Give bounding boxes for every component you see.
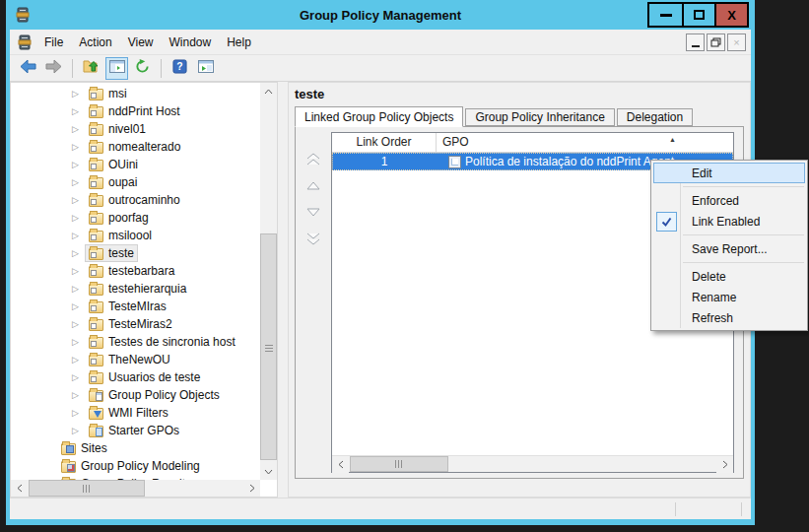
ou-folder-icon: [89, 337, 103, 349]
tree-item-poorfag[interactable]: ▷poorfag: [11, 209, 260, 227]
tree-item-msiloool[interactable]: ▷msiloool: [11, 227, 260, 244]
tree-item-testes-de-sincronia-host[interactable]: ▷Testes de sincronia host: [11, 333, 260, 351]
column-header-link-order[interactable]: Link Order: [332, 133, 437, 152]
scroll-thumb[interactable]: [260, 233, 277, 460]
new-window-button[interactable]: [194, 57, 217, 80]
scroll-left-arrow[interactable]: [11, 480, 28, 497]
tree-item-testebarbara[interactable]: ▷testebarbara: [11, 262, 260, 280]
context-menu-item-save-report[interactable]: Save Report...: [653, 238, 805, 259]
chevron-collapsed-icon[interactable]: ▷: [72, 355, 85, 365]
context-menu-item-enforced[interactable]: Enforced: [653, 190, 805, 211]
help-button[interactable]: ?: [169, 57, 191, 80]
tree-item-wmi-filters[interactable]: ▷WMI Filters: [11, 404, 260, 422]
menu-window[interactable]: Window: [162, 32, 220, 53]
chevron-collapsed-icon[interactable]: ▷: [72, 160, 85, 169]
mdi-close-button[interactable]: ×: [727, 33, 746, 51]
tree-item-group-policy-modeling[interactable]: Group Policy Modeling: [11, 457, 260, 475]
context-menu-item-rename[interactable]: Rename: [653, 287, 805, 307]
tree-item-teste[interactable]: ▷teste: [11, 244, 260, 262]
minimize-button[interactable]: [649, 4, 682, 26]
chevron-collapsed-icon[interactable]: ▷: [72, 177, 85, 187]
tree-item-outrocaminho[interactable]: ▷outrocaminho: [11, 191, 260, 209]
minimize-icon: [660, 14, 672, 17]
tree-item-thenewou[interactable]: ▷TheNewOU: [11, 351, 260, 368]
forward-arrow-button[interactable]: [42, 57, 65, 80]
move-to-top-button[interactable]: [303, 151, 323, 166]
tab-group-policy-inheritance[interactable]: Group Policy Inheritance: [465, 108, 614, 126]
scroll-right-arrow[interactable]: [243, 480, 260, 497]
tree-item-testemiras2[interactable]: ▷TesteMiras2: [11, 315, 260, 333]
up-one-level-icon: [83, 59, 100, 78]
scroll-down-arrow[interactable]: [260, 463, 277, 480]
scroll-left-arrow[interactable]: [332, 456, 349, 473]
context-menu-item-link-enabled[interactable]: Link Enabled: [653, 211, 805, 232]
tree-item-group-policy-objects[interactable]: ▷Group Policy Objects: [11, 386, 260, 404]
link-order-cell: 1: [332, 155, 437, 168]
pane-splitter[interactable]: [278, 82, 288, 498]
tab-delegation[interactable]: Delegation: [617, 108, 693, 126]
tree-horizontal-scrollbar[interactable]: [11, 480, 260, 497]
chevron-collapsed-icon[interactable]: ▷: [72, 195, 85, 205]
tree-item-oupai[interactable]: ▷oupai: [11, 173, 260, 191]
tree-item-nomealterado[interactable]: ▷nomealterado: [11, 138, 260, 156]
chevron-collapsed-icon[interactable]: ▷: [72, 408, 85, 418]
menu-file[interactable]: File: [36, 32, 71, 53]
chevron-collapsed-icon[interactable]: ▷: [72, 301, 85, 311]
chevron-collapsed-icon[interactable]: ▷: [72, 248, 85, 258]
chevron-collapsed-icon[interactable]: ▷: [72, 89, 85, 99]
chevron-collapsed-icon[interactable]: ▷: [72, 284, 85, 294]
scroll-thumb[interactable]: [29, 480, 145, 497]
menu-item-label: Link Enabled: [692, 215, 760, 229]
mdi-minimize-button[interactable]: [686, 33, 705, 51]
chevron-collapsed-icon[interactable]: ▷: [72, 426, 85, 435]
chevron-collapsed-icon[interactable]: ▷: [72, 337, 85, 347]
tree-item-label: Sites: [81, 441, 107, 455]
tree-item-testehierarquia[interactable]: ▷testehierarquia: [11, 280, 260, 298]
chevron-collapsed-icon[interactable]: ▷: [72, 390, 85, 400]
chevron-collapsed-icon[interactable]: ▷: [72, 124, 85, 134]
scroll-up-arrow[interactable]: [260, 83, 277, 100]
chevron-collapsed-icon[interactable]: ▷: [72, 142, 85, 152]
tab-linked-group-policy-objects[interactable]: Linked Group Policy Objects: [295, 106, 463, 127]
chevron-collapsed-icon[interactable]: ▷: [72, 372, 85, 382]
tree-item-label: testebarbara: [108, 264, 174, 278]
table-horizontal-scrollbar[interactable]: [332, 455, 733, 472]
column-header-gpo[interactable]: GPO: [437, 133, 733, 152]
tree-item-msi[interactable]: ▷msi: [11, 85, 260, 102]
context-menu-item-refresh[interactable]: Refresh: [653, 307, 805, 328]
tree-item-starter-gpos[interactable]: ▷Starter GPOs: [11, 422, 260, 439]
tree-item-nddprint-host[interactable]: ▷nddPrint Host: [11, 102, 260, 120]
chevron-collapsed-icon[interactable]: ▷: [72, 213, 85, 223]
tree-item-usuarios-de-teste[interactable]: ▷Usuarios de teste: [11, 368, 260, 386]
back-arrow-button[interactable]: [17, 57, 39, 80]
up-one-level-button[interactable]: [80, 57, 102, 80]
mdi-restore-button[interactable]: [707, 33, 725, 51]
chevron-collapsed-icon[interactable]: ▷: [72, 319, 85, 329]
refresh-button[interactable]: [131, 57, 154, 80]
menu-help[interactable]: Help: [219, 32, 259, 53]
chevron-collapsed-icon[interactable]: ▷: [72, 231, 85, 240]
scroll-right-arrow[interactable]: [716, 456, 733, 473]
toolbar-separator: [72, 59, 73, 78]
tree-vertical-scrollbar[interactable]: [260, 83, 277, 480]
maximize-button[interactable]: [682, 4, 714, 26]
console-tree: ▷msi▷nddPrint Host▷nivel01▷nomealterado▷…: [11, 83, 260, 480]
menu-action[interactable]: Action: [71, 32, 119, 53]
title-bar[interactable]: Group Policy Management X: [6, 0, 755, 30]
tree-item-sites[interactable]: Sites: [11, 439, 260, 457]
close-button[interactable]: X: [714, 4, 747, 26]
context-menu-item-delete[interactable]: Delete: [653, 266, 805, 287]
context-menu-item-edit[interactable]: Edit: [653, 163, 805, 183]
tree-item-ouini[interactable]: ▷OUini: [11, 156, 260, 173]
tree-item-nivel01[interactable]: ▷nivel01: [11, 120, 260, 138]
menu-view[interactable]: View: [120, 32, 162, 53]
move-up-button[interactable]: [303, 177, 323, 193]
move-to-bottom-button[interactable]: [303, 231, 323, 246]
content-area: ▷msi▷nddPrint Host▷nivel01▷nomealterado▷…: [10, 82, 751, 498]
move-down-button[interactable]: [303, 204, 323, 220]
chevron-collapsed-icon[interactable]: ▷: [72, 106, 85, 116]
scroll-thumb[interactable]: [350, 456, 448, 472]
tree-item-testemiras[interactable]: ▷TesteMIras: [11, 298, 260, 315]
chevron-collapsed-icon[interactable]: ▷: [72, 266, 85, 276]
show-console-tree-button[interactable]: [105, 57, 128, 80]
